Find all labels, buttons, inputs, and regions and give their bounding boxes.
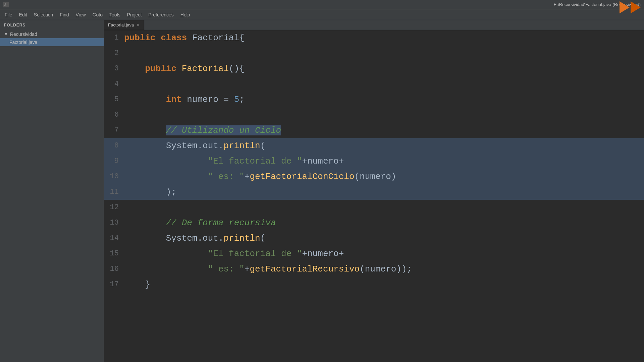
menu-view[interactable]: View [72, 11, 89, 19]
sidebar-file-label: Factorial.java [9, 40, 37, 45]
title-bar: J E:\Recursividad\Factorial.java (Recurs… [0, 0, 644, 9]
menu-bar: File Edit Selection Find View Goto Tools… [0, 9, 644, 20]
code-line-10: 10 " es: "+getFactorialConCiclo(numero) [104, 169, 644, 184]
menu-file[interactable]: File [1, 11, 16, 19]
line-number-7: 7 [104, 123, 124, 138]
line-number-13: 13 [104, 215, 124, 231]
line-number-14: 14 [104, 231, 124, 246]
menu-preferences-label: P [148, 12, 151, 17]
logo-icon-1 [620, 1, 630, 13]
code-line-3: 3 public Factorial(){ [104, 61, 644, 76]
menu-selection[interactable]: Selection [31, 11, 57, 19]
code-line-9: 9 "El factorial de "+numero+ [104, 154, 644, 169]
line-content-16: " es: "+getFactorialRecursivo(numero)); [124, 261, 644, 277]
sidebar-folder-recursividad[interactable]: ▼ Recursividad [0, 30, 104, 38]
line-content-15: "El factorial de "+numero+ [124, 246, 644, 261]
logo-icon-2 [631, 1, 641, 13]
menu-file-label: F [5, 12, 8, 17]
code-line-7: 7 // Utilizando un Ciclo [104, 123, 644, 138]
line-content-8: System.out.println( [124, 138, 644, 154]
line-number-15: 15 [104, 246, 124, 261]
menu-preferences[interactable]: Preferences [145, 11, 177, 19]
menu-edit-label: E [19, 12, 22, 17]
menu-help-label: H [180, 12, 184, 17]
line-number-9: 9 [104, 154, 124, 169]
line-number-1: 1 [104, 30, 124, 46]
code-line-11: 11 ); [104, 184, 644, 200]
code-line-4: 4 [104, 76, 644, 92]
line-number-16: 16 [104, 261, 124, 277]
code-line-6: 6 [104, 107, 644, 123]
code-line-1: 1 public class Factorial{ [104, 30, 644, 46]
sidebar: FOLDERS ▼ Recursividad Factorial.java [0, 20, 104, 362]
title-bar-left: J [3, 2, 9, 7]
menu-find-label: F [60, 12, 63, 17]
code-line-13: 13 // De forma recursiva [104, 215, 644, 231]
tab-filename: Factorial.java [108, 22, 134, 27]
code-line-12: 12 [104, 200, 644, 215]
line-content-13: // De forma recursiva [124, 215, 644, 231]
code-line-14: 14 System.out.println( [104, 231, 644, 246]
menu-goto[interactable]: Goto [89, 11, 106, 19]
tab-bar: Factorial.java ✕ [104, 20, 644, 30]
line-number-12: 12 [104, 200, 124, 215]
editor-area: Factorial.java ✕ 1 public class Factoria… [104, 20, 644, 362]
menu-edit[interactable]: Edit [16, 11, 31, 19]
line-number-5: 5 [104, 92, 124, 107]
line-content-1: public class Factorial{ [124, 30, 644, 46]
line-number-6: 6 [104, 107, 124, 123]
line-content-10: " es: "+getFactorialConCiclo(numero) [124, 169, 644, 184]
line-number-10: 10 [104, 169, 124, 184]
line-content-11: ); [124, 184, 644, 200]
app-icon: J [3, 2, 9, 7]
line-content-2 [124, 46, 644, 61]
chevron-down-icon: ▼ [4, 32, 8, 37]
line-content-7: // Utilizando un Ciclo [124, 123, 644, 138]
menu-help[interactable]: Help [177, 11, 194, 19]
code-line-2: 2 [104, 46, 644, 61]
code-line-15: 15 "El factorial de "+numero+ [104, 246, 644, 261]
line-content-3: public Factorial(){ [124, 61, 644, 76]
tab-close-icon[interactable]: ✕ [137, 23, 140, 27]
line-number-2: 2 [104, 46, 124, 61]
sidebar-folder-label: Recursividad [10, 32, 37, 37]
line-content-9: "El factorial de "+numero+ [124, 154, 644, 169]
menu-tools[interactable]: Tools [106, 11, 124, 19]
menu-goto-label: G [93, 12, 96, 17]
line-content-4 [124, 76, 644, 92]
line-number-8: 8 [104, 138, 124, 154]
code-line-8: 8 System.out.println( [104, 138, 644, 154]
menu-view-label: V [76, 12, 79, 17]
line-content-17: } [124, 277, 644, 292]
main-layout: FOLDERS ▼ Recursividad Factorial.java Fa… [0, 20, 644, 362]
menu-selection-label: S [34, 12, 37, 17]
line-number-17: 17 [104, 277, 124, 292]
line-content-12 [124, 200, 644, 215]
logo-area [620, 1, 641, 13]
line-number-4: 4 [104, 76, 124, 92]
code-editor[interactable]: 1 public class Factorial{ 2 3 public Fac… [104, 30, 644, 362]
line-content-5: int numero = 5; [124, 92, 644, 107]
code-line-17: 17 } [104, 277, 644, 292]
sidebar-file-factorial[interactable]: Factorial.java [0, 38, 104, 46]
sidebar-header: FOLDERS [0, 20, 104, 30]
tab-factorial[interactable]: Factorial.java ✕ [104, 20, 144, 30]
code-line-5: 5 int numero = 5; [104, 92, 644, 107]
code-line-16: 16 " es: "+getFactorialRecursivo(numero)… [104, 261, 644, 277]
line-number-3: 3 [104, 61, 124, 76]
menu-find[interactable]: Find [56, 11, 72, 19]
line-content-6 [124, 107, 644, 123]
svg-text:J: J [4, 3, 6, 7]
menu-project-label: P [127, 12, 130, 17]
line-number-11: 11 [104, 184, 124, 200]
menu-tools-label: T [109, 12, 112, 17]
line-content-14: System.out.println( [124, 231, 644, 246]
menu-project[interactable]: Project [124, 11, 145, 19]
